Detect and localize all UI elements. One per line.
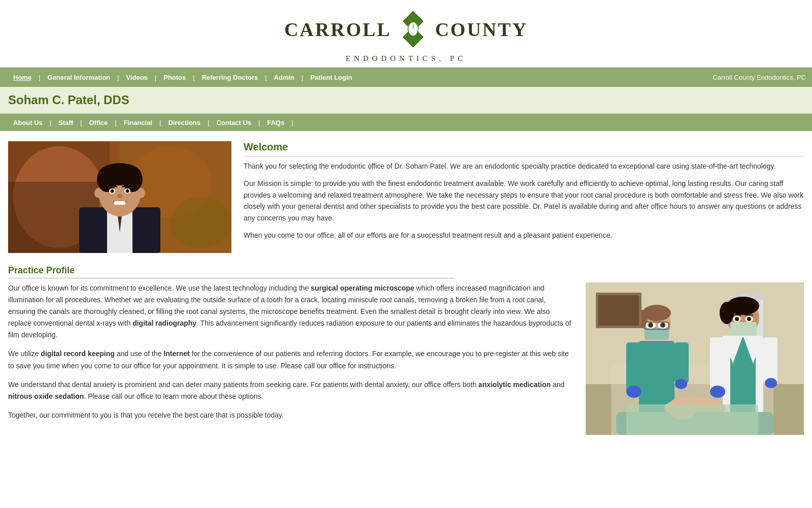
svg-rect-68	[626, 404, 758, 435]
logo-left: CARROLL	[284, 18, 391, 41]
office-photo	[586, 282, 804, 435]
svg-point-41	[648, 323, 653, 328]
svg-point-42	[660, 323, 665, 328]
nav-patient-login[interactable]: Patient Login	[303, 74, 359, 81]
logo-icon	[395, 10, 431, 48]
svg-point-47	[626, 386, 641, 398]
welcome-para1: Thank you for selecting the endodontic o…	[244, 161, 804, 172]
practice-profile-heading: Practice Profile	[8, 265, 455, 278]
sub-nav-directions[interactable]: Directions	[161, 119, 208, 126]
nav-videos[interactable]: Videos	[119, 74, 154, 81]
digital-record-keeping-bold: digital record keeping	[41, 350, 114, 358]
svg-point-48	[675, 379, 687, 389]
svg-point-18	[122, 167, 143, 192]
logo-right: COUNTY	[435, 18, 528, 41]
svg-point-56	[747, 317, 751, 321]
top-nav-items: Home | General Information | Videos | Ph…	[6, 74, 713, 81]
doctor-photo-svg	[8, 141, 231, 253]
sub-nav-faqs[interactable]: FAQs	[260, 119, 291, 126]
svg-point-51	[720, 302, 734, 324]
svg-rect-24	[114, 201, 125, 205]
logo-bottom: ENDODONTICS, PC	[0, 54, 812, 63]
svg-rect-70	[598, 295, 639, 326]
practice-para3-prefix: We understand that dental anxiety is pro…	[8, 380, 479, 389]
svg-point-22	[126, 189, 129, 193]
svg-point-17	[97, 167, 117, 192]
svg-point-9	[171, 197, 231, 248]
welcome-para3: When you come to our office, all of our …	[244, 230, 804, 241]
practice-content: Our office is known for its commitment t…	[8, 282, 804, 435]
logo-container: CARROLL COUNTY	[0, 5, 812, 53]
doctor-photo	[8, 141, 231, 253]
sub-nav-office[interactable]: Office	[82, 119, 115, 126]
svg-rect-61	[710, 337, 725, 393]
svg-rect-52	[730, 322, 757, 336]
svg-point-64	[765, 378, 777, 388]
nav-home[interactable]: Home	[6, 74, 39, 81]
doctor-name: Soham C. Patel, DDS	[8, 93, 804, 107]
practice-para3: We understand that dental anxiety is pro…	[8, 379, 573, 402]
practice-para1-prefix: Our office is known for its commitment t…	[8, 284, 311, 292]
office-photo-svg	[586, 282, 804, 435]
digital-radiography-bold: digital radiography	[132, 319, 196, 327]
svg-rect-46	[674, 342, 689, 383]
svg-point-26	[137, 188, 145, 198]
svg-point-63	[710, 386, 725, 398]
site-name: Carroll County Endodontics, PC	[713, 74, 806, 81]
practice-para2-mid1: and use of the	[115, 350, 164, 358]
internet-bold: Internet	[163, 350, 189, 358]
welcome-para2: Our Mission is simple: to provide you wi…	[244, 178, 804, 224]
surgical-microscope-bold: surgical operating microscope	[311, 284, 414, 292]
svg-point-55	[735, 317, 739, 321]
nav-general-information[interactable]: General Information	[41, 74, 118, 81]
nav-admin[interactable]: Admin	[267, 74, 301, 81]
practice-text: Our office is known for its commitment t…	[8, 282, 573, 435]
sub-sep7: |	[291, 119, 293, 126]
practice-para3-end: . Please call our office to learn more a…	[84, 392, 263, 400]
svg-rect-62	[763, 337, 777, 383]
welcome-text: Welcome Thank you for selecting the endo…	[244, 141, 804, 253]
nav-photos[interactable]: Photos	[156, 74, 193, 81]
welcome-heading: Welcome	[244, 141, 804, 156]
svg-point-21	[111, 189, 114, 193]
anxiolytic-bold: anxiolytic medication	[479, 380, 551, 389]
top-nav: Home | General Information | Videos | Ph…	[0, 68, 812, 87]
sub-nav-staff[interactable]: Staff	[51, 119, 80, 126]
welcome-section: Welcome Thank you for selecting the endo…	[8, 141, 804, 253]
main-content: Welcome Thank you for selecting the endo…	[0, 131, 812, 445]
sub-nav: About Us | Staff | Office | Financial | …	[0, 114, 812, 131]
sub-nav-about-us[interactable]: About Us	[6, 119, 50, 126]
practice-profile: Practice Profile Our office is known for…	[8, 265, 804, 435]
header: CARROLL COUNTY ENDODONTICS, PC	[0, 0, 812, 68]
svg-point-23	[117, 194, 122, 198]
practice-para2-prefix: We utilize	[8, 350, 41, 358]
sub-nav-contact-us[interactable]: Contact Us	[209, 119, 258, 126]
sub-nav-financial[interactable]: Financial	[117, 119, 159, 126]
practice-para4: Together, our commitment to you is that …	[8, 409, 573, 421]
svg-point-25	[94, 188, 103, 198]
practice-para1: Our office is known for its commitment t…	[8, 282, 573, 341]
practice-para2: We utilize digital record keeping and us…	[8, 348, 573, 371]
nav-referring-doctors[interactable]: Referring Doctors	[195, 74, 265, 81]
doctor-bar: Soham C. Patel, DDS	[0, 87, 812, 114]
nitrous-oxide-bold: nitrous oxide sedation	[8, 392, 84, 400]
practice-para3-mid: and	[551, 380, 564, 389]
